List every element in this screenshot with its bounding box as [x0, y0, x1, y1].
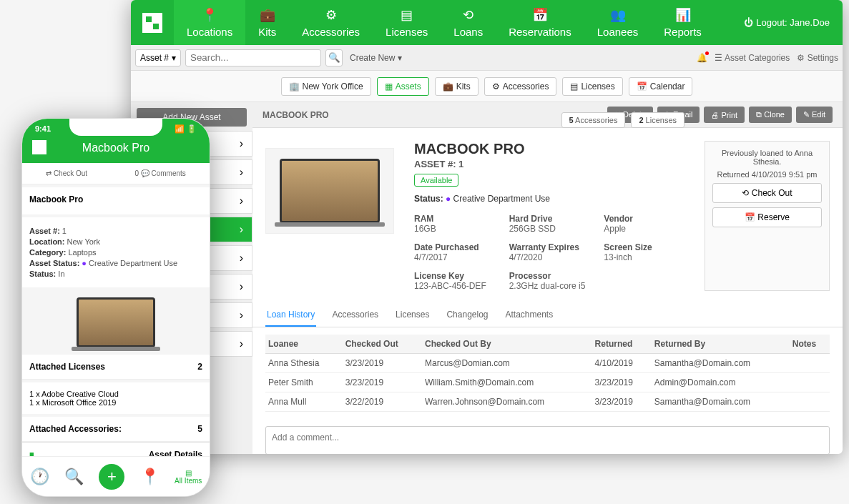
phone-asset-image	[77, 297, 155, 347]
nav-licenses[interactable]: ▤Licenses	[373, 0, 441, 45]
clock-icon[interactable]: 🕐	[30, 468, 49, 486]
location-button[interactable]: 🏢 New York Office	[281, 77, 371, 96]
detail-header: MACBOOK PRO	[262, 110, 329, 120]
table-row[interactable]: Anna Mull3/22/2019Warren.Johnson@Domain.…	[265, 392, 830, 412]
nav-reports[interactable]: 📊Reports	[651, 0, 715, 45]
bell-icon[interactable]: 🔔	[697, 53, 707, 63]
logout-link[interactable]: ⏻Logout: Jane.Doe	[731, 17, 843, 28]
tab-attachments[interactable]: Attachments	[504, 304, 555, 327]
calendar-button[interactable]: 📅 Calendar	[629, 77, 693, 96]
search-input[interactable]	[185, 49, 321, 66]
nav-loanees[interactable]: 👥Loanees	[584, 0, 652, 45]
chevron-icon: ▾	[172, 53, 176, 63]
accessories-count[interactable]: 5 Accessories	[561, 112, 626, 128]
filter-dropdown[interactable]: Asset #▾	[135, 49, 181, 66]
loan-info-card: Previously loaned to Anna Sthesia. Retur…	[705, 141, 830, 291]
tab-licenses[interactable]: Licenses	[394, 304, 431, 327]
chevron-down-icon: ▾	[398, 53, 402, 63]
tab-accessories[interactable]: Accessories	[330, 304, 380, 327]
phone-checkout-button[interactable]: ⇄ Check Out	[46, 169, 87, 177]
licenses-count[interactable]: 2 Licenses	[631, 112, 684, 128]
tab-changelog[interactable]: Changelog	[445, 304, 489, 327]
phone-title: Macbook Pro	[32, 142, 200, 154]
nav-locations[interactable]: 📍Locations	[174, 0, 245, 45]
assets-button[interactable]: ▦ Assets	[377, 77, 429, 96]
desktop-window: 📍Locations💼Kits⚙Accessories▤Licenses⟲Loa…	[131, 0, 843, 454]
power-icon: ⏻	[744, 17, 753, 28]
top-nav: 📍Locations💼Kits⚙Accessories▤Licenses⟲Loa…	[131, 0, 843, 45]
asset-image	[265, 148, 394, 234]
create-new-link[interactable]: Create New ▾	[350, 53, 402, 63]
accessories-button[interactable]: ⚙ Accessories	[484, 77, 557, 96]
mobile-preview: 9:41 📶 🔋 Macbook Pro ⇄ Check Out 0 💬 Com…	[21, 118, 210, 497]
status-dot-icon: ●	[446, 194, 451, 204]
search-icon[interactable]: 🔍	[64, 468, 84, 486]
reserve-button[interactable]: 📅 Reserve	[712, 207, 822, 227]
comment-input[interactable]	[265, 426, 830, 454]
clone-button[interactable]: ⧉ Clone	[749, 107, 792, 123]
settings-link[interactable]: ⚙ Settings	[797, 53, 838, 63]
edit-button[interactable]: ✎ Edit	[796, 107, 833, 123]
categories-link[interactable]: ☰ Asset Categories	[715, 53, 790, 63]
all-items-icon[interactable]: ▤All Items	[175, 469, 202, 485]
phone-asset-name: Macbook Pro	[29, 194, 202, 204]
nav-accessories[interactable]: ⚙Accessories	[289, 0, 373, 45]
app-logo[interactable]	[131, 0, 174, 45]
nav-loans[interactable]: ⟲Loans	[441, 0, 496, 45]
phone-status-icons: 📶 🔋	[175, 124, 197, 134]
asset-number: ASSET #: 1	[414, 159, 684, 169]
kits-button[interactable]: 💼 Kits	[435, 77, 479, 96]
licenses-button[interactable]: ▤ Licenses	[562, 77, 622, 96]
phone-comments-button[interactable]: 0 💬 Comments	[134, 169, 185, 177]
table-row[interactable]: Peter Smith3/23/2019William.Smith@Domain…	[265, 373, 830, 392]
loan-history-table: LoaneeChecked OutChecked Out ByReturnedR…	[265, 335, 830, 412]
sub-bar: Asset #▾ 🔍 Create New ▾ 🔔 ☰ Asset Catego…	[131, 45, 843, 71]
phone-time: 9:41	[35, 124, 51, 133]
table-row[interactable]: Anna Sthesia3/23/2019Marcus@Domian.com4/…	[265, 354, 830, 373]
phone-logo	[32, 140, 46, 154]
search-button[interactable]: 🔍	[325, 49, 343, 66]
nav-reservations[interactable]: 📅Reservations	[496, 0, 584, 45]
add-icon[interactable]: +	[99, 464, 124, 490]
asset-title: MACBOOK PRO	[414, 141, 684, 157]
tab-loan-history[interactable]: Loan History	[265, 304, 316, 327]
print-button[interactable]: 🖨 Print	[704, 107, 745, 123]
detail-panel: MACBOOK PRO ✕ Delete ✈ Email 🖨 Print ⧉ C…	[252, 102, 843, 454]
nav-kits[interactable]: 💼Kits	[245, 0, 289, 45]
location-toolbar: 🏢 New York Office ▦ Assets 💼 Kits ⚙ Acce…	[131, 71, 843, 102]
check-out-button[interactable]: ⟲ Check Out	[712, 183, 822, 203]
pin-icon[interactable]: 📍	[140, 468, 160, 486]
availability-badge: Available	[414, 174, 458, 187]
